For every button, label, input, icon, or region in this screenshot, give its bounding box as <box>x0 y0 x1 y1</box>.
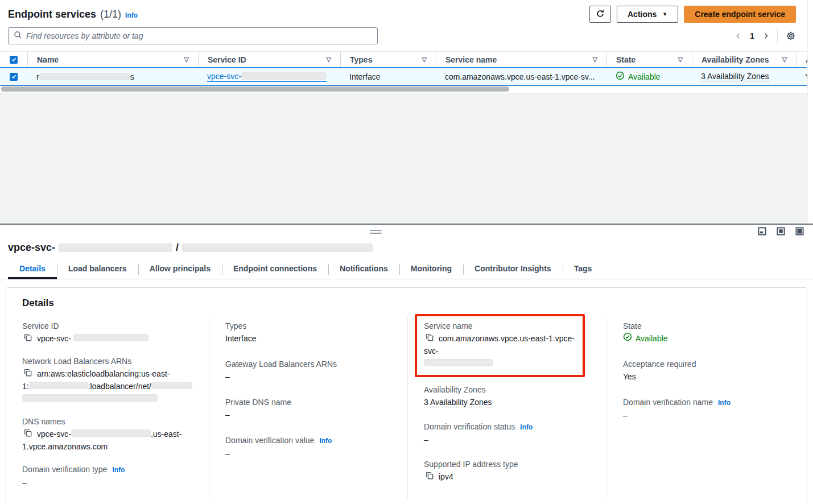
field-glb-arns: Gateway Load Balancers ARNs – <box>225 358 391 383</box>
tab-allow-principals[interactable]: Allow principals <box>138 259 222 279</box>
cell-name: r s <box>27 72 198 81</box>
tab-notifications[interactable]: Notifications <box>328 259 399 279</box>
redaction-box <box>71 429 151 437</box>
redaction-box <box>182 243 373 252</box>
cell-types: Interface <box>340 72 436 81</box>
field-types: Types Interface <box>225 320 391 345</box>
column-header-state[interactable]: State ▽ <box>606 52 692 67</box>
redaction-box <box>39 73 130 80</box>
tab-load-balancers[interactable]: Load balancers <box>57 259 138 279</box>
cell-service-name: com.amazonaws.vpce.us-east-1.vpce-sv... <box>436 72 606 81</box>
sort-icon[interactable]: ▽ <box>593 56 597 63</box>
redaction-box <box>59 243 172 252</box>
details-column-2: Types Interface Gateway Load Balancers A… <box>209 317 407 499</box>
select-all-checkbox[interactable] <box>0 52 27 67</box>
sort-icon[interactable]: ▽ <box>782 56 787 63</box>
details-column-3: Service name com.amazonaws.vpce.us-east-… <box>407 317 606 499</box>
redaction-box <box>424 359 493 366</box>
next-page-button[interactable] <box>762 32 769 39</box>
detail-panel: vpce-svc- / Details Load balancers Allow… <box>0 225 813 504</box>
page-title: Endpoint services <box>8 9 96 20</box>
panel-layout-bottom-icon[interactable] <box>758 227 766 237</box>
redaction-box <box>151 382 192 389</box>
actions-button[interactable]: Actions ▼ <box>617 6 678 23</box>
tab-tags[interactable]: Tags <box>563 259 604 279</box>
tab-monitoring[interactable]: Monitoring <box>399 259 463 279</box>
field-acceptance-required: Acceptance required Yes <box>623 358 791 383</box>
copy-icon[interactable] <box>426 334 434 343</box>
cell-state: Available <box>606 71 692 82</box>
copy-icon[interactable] <box>24 334 32 343</box>
endpoint-services-pane: Endpoint services (1/1) Info Actions ▼ C… <box>0 0 813 224</box>
tab-contributor-insights[interactable]: Contributor Insights <box>463 259 563 279</box>
panel-toolbar <box>0 225 813 239</box>
field-domain-verification-name: Domain verification name Info – <box>623 396 791 422</box>
table-row[interactable]: r s vpce-svc- Interface com.amazonaws.vp… <box>0 67 807 86</box>
horizontal-scrollbar-thumb[interactable] <box>1 86 509 92</box>
tab-endpoint-connections[interactable]: Endpoint connections <box>222 259 328 279</box>
header-info-link[interactable]: Info <box>125 11 138 19</box>
sort-icon[interactable]: ▽ <box>422 56 427 63</box>
availability-zones-popover[interactable]: 3 Availability Zones <box>424 398 492 407</box>
field-domain-verification-status: Domain verification status Info – <box>424 421 591 446</box>
horizontal-scrollbar <box>0 86 807 93</box>
sort-icon[interactable]: ▽ <box>678 56 683 63</box>
copy-icon[interactable] <box>24 369 32 378</box>
field-state: State Available <box>623 320 791 345</box>
details-card-title: Details <box>6 288 807 317</box>
column-header-availability-zones[interactable]: Availability Zones ▽ <box>692 52 796 67</box>
details-column-4: State Available Acceptance required Yes <box>606 317 807 499</box>
prev-page-button[interactable] <box>735 32 742 39</box>
info-link[interactable]: Info <box>319 435 332 447</box>
tab-details[interactable]: Details <box>8 259 57 279</box>
availability-zones-popover[interactable]: 3 Availability Zones <box>701 72 769 81</box>
actions-label: Actions <box>628 10 657 19</box>
field-supported-ip-type: Supported IP address type ipv4 <box>424 458 591 483</box>
table-header-row: Name ▽ Service ID ▽ Types ▽ Service name… <box>0 51 807 67</box>
resource-count: (1/1) <box>100 9 121 20</box>
current-page[interactable]: 1 <box>748 31 757 40</box>
info-link[interactable]: Info <box>520 422 533 433</box>
copy-icon[interactable] <box>426 472 434 481</box>
panel-title: vpce-svc- / <box>0 239 813 259</box>
search-input[interactable]: Find resources by attribute or tag <box>8 27 378 44</box>
info-link[interactable]: Info <box>718 397 731 408</box>
service-name-highlight-box: Service name com.amazonaws.vpce.us-east-… <box>415 314 585 377</box>
search-row: Find resources by attribute or tag 1 <box>0 25 813 51</box>
copy-icon[interactable] <box>24 429 32 439</box>
panel-layout-full-icon[interactable] <box>795 227 804 237</box>
cell-availability-zones: 3 Availability Zones <box>692 72 796 81</box>
column-header-service-id[interactable]: Service ID ▽ <box>198 52 340 67</box>
info-link[interactable]: Info <box>112 464 125 476</box>
redaction-box <box>241 72 327 80</box>
checkbox-checked-icon <box>10 73 18 81</box>
field-nlb-arns: Network Load Balancers ARNs arn:aws:elas… <box>22 356 193 405</box>
create-endpoint-service-button[interactable]: Create endpoint service <box>684 6 796 23</box>
caret-down-icon: ▼ <box>662 11 667 17</box>
details-card: Details Service ID vpce-svc- Network Loa… <box>6 287 807 504</box>
field-dns-names: DNS names vpce-svc-.us-east- 1.vpce.amaz… <box>22 416 193 453</box>
column-header-service-name[interactable]: Service name ▽ <box>436 52 606 67</box>
service-id-link[interactable]: vpce-svc- <box>207 72 327 82</box>
refresh-button[interactable] <box>589 6 611 23</box>
sort-icon[interactable]: ▽ <box>327 56 331 63</box>
field-domain-verification-value: Domain verification value Info – <box>225 435 391 460</box>
panel-tabs: Details Load balancers Allow principals … <box>0 259 813 279</box>
checkbox-checked-icon <box>10 56 18 64</box>
column-header-types[interactable]: Types ▽ <box>340 52 436 67</box>
panel-drag-handle-icon[interactable] <box>370 230 382 236</box>
table-settings-button[interactable] <box>786 31 796 41</box>
sort-icon[interactable]: ▽ <box>184 56 189 63</box>
check-circle-icon <box>616 71 625 82</box>
redaction-box <box>22 394 158 402</box>
panel-layout-half-icon[interactable] <box>777 227 785 237</box>
column-header-name[interactable]: Name ▽ <box>27 52 198 67</box>
vertical-scrollbar-gutter <box>807 0 813 224</box>
empty-background <box>0 93 813 224</box>
field-service-name: Service name com.amazonaws.vpce.us-east-… <box>424 320 577 370</box>
field-private-dns-name: Private DNS name – <box>225 396 391 421</box>
search-icon <box>14 31 22 41</box>
redaction-box <box>73 334 148 341</box>
check-circle-icon <box>623 332 632 345</box>
row-checkbox[interactable] <box>0 73 27 81</box>
